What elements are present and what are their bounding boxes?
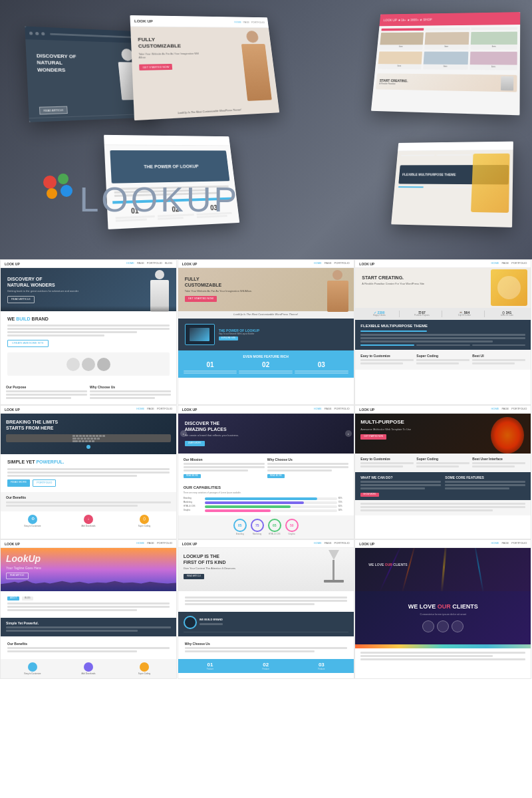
hero-logo: LOOKUP	[40, 172, 239, 219]
iso-screen-5: FLEXIBLE MULTIPURPOSE THEME	[391, 142, 513, 227]
thumb-2-hero-title: FULLYCUSTOMIZABLE	[185, 276, 251, 288]
thumb-6-nav-logo: LOOK UP	[359, 408, 374, 412]
thumb-3-nav-logo: LOOK UP	[359, 262, 374, 266]
thumb-9-nav-logo: LOOK UP	[359, 542, 374, 546]
thumb-7-hero-title: LookUp	[6, 553, 171, 565]
thumb-6[interactable]: LOOK UP HOME PAGE PORTFOLIO MULTI-PURPOS…	[354, 405, 531, 539]
iso-screen-3: LOOK UP ★ 1k+ ★ 1600+ ★ SHOP Item	[371, 12, 520, 115]
thumb-2-nav-logo: LOOK UP	[182, 262, 198, 266]
thumb-2-btn: GET STARTED NOW	[185, 296, 217, 302]
thumb-2-footer-text: LookUp Is The Most Customizable WordPres…	[178, 311, 354, 319]
svg-point-0	[43, 176, 57, 189]
iso-screen-2: LOOK UP HOME PAGE PORTFOLIO FULLYCUSTOMI…	[130, 15, 279, 120]
iso-screen-1-title: DISCOVERY OFNATURALWONDERS	[37, 53, 78, 74]
thumb-1-nav-logo: LOOK UP	[5, 262, 20, 266]
thumb-9-love-title: WE LOVE OuR CLIENTS	[408, 603, 478, 611]
iso-screens-container: DISCOVERY OFNATURALWONDERS READ ARTICLE …	[0, 0, 532, 259]
thumb-4[interactable]: LOOK UP HOME PAGE PORTFOLIO Breaking the…	[0, 405, 177, 539]
thumb-8-nav-logo: LOOK UP	[182, 542, 198, 546]
thumb-9[interactable]: LOOK UP HOME PAGE PORTFOLIO WE LOVE OuR …	[354, 539, 531, 679]
thumb-5-hero-title: DISCOVER THEAMAZING PLACES	[185, 420, 347, 432]
thumbnail-grid: LOOK UP HOME PAGE PORTFOLIO BLOG DISCOVE…	[0, 259, 532, 679]
thumb-5-next[interactable]: ›	[345, 430, 352, 437]
thumb-7[interactable]: LOOK UP HOME PAGE PORTFOLIO LookUp Your …	[0, 539, 177, 679]
joomla-icon	[40, 172, 76, 202]
thumb-5-btn: LEARN MORE	[185, 441, 205, 446]
thumb-1-hero-subtitle: Getting back to the great outdoors for a…	[7, 290, 87, 293]
thumb-7-nav-logo: LOOK UP	[5, 542, 20, 546]
svg-point-2	[61, 185, 72, 197]
thumb-5-prev[interactable]: ‹	[180, 430, 187, 437]
thumb-1-hero-title: DISCOVERY OFNATURAL WONDERS	[7, 276, 74, 288]
thumb-5[interactable]: LOOK UP HOME PAGE PORTFOLIO ‹ › DISCOVER…	[178, 405, 354, 539]
hero-logo-text: LOOKUP	[79, 180, 239, 219]
thumb-8[interactable]: LOOK UP HOME PAGE PORTFOLIO LOOKUP IS TH…	[178, 539, 354, 679]
hero-section: DISCOVERY OFNATURALWONDERS READ ARTICLE …	[0, 0, 532, 259]
thumb-2-hero-subtitle: Take Your Website As Far As Your Imagina…	[185, 290, 265, 293]
thumb-3[interactable]: LOOK UP HOME PAGE PORTFOLIO START CREATI…	[354, 259, 531, 405]
svg-point-3	[47, 188, 57, 199]
thumb-1-section-title: WE BUILD BRAND	[7, 317, 170, 322]
thumb-1-btn: READ ARTICLE	[7, 296, 35, 303]
thumb-2[interactable]: LOOK UP HOME PAGE PORTFOLIO FULLYCUSTOMI…	[178, 259, 354, 405]
thumb-4-nav-logo: LOOK UP	[5, 408, 20, 412]
thumb-5-nav-logo: LOOK UP	[182, 408, 198, 412]
svg-point-1	[58, 174, 68, 184]
thumb-1[interactable]: LOOK UP HOME PAGE PORTFOLIO BLOG DISCOVE…	[0, 259, 177, 405]
thumb-4-hero-title: Breaking the limitsstarts from here	[6, 419, 171, 431]
